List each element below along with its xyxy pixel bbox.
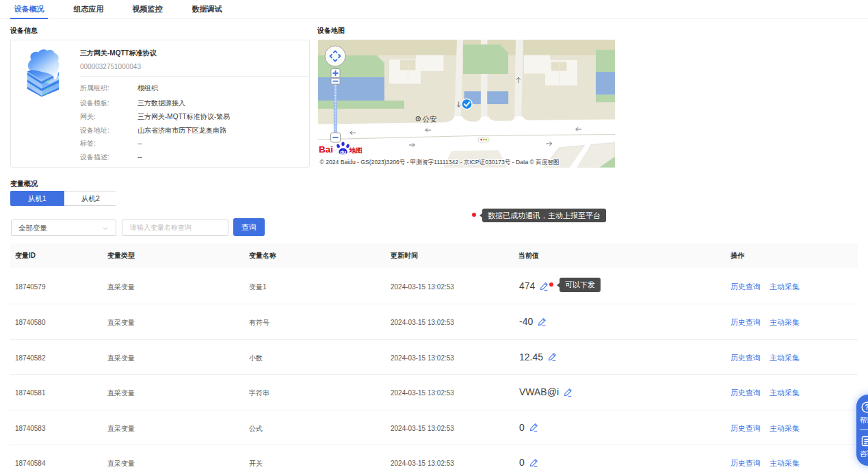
svg-text:© 2024 Baidu - GS(2023)3206号 -: © 2024 Baidu - GS(2023)3206号 - 甲测资字11111… <box>320 159 560 166</box>
svg-text:地图: 地图 <box>349 146 363 154</box>
svg-text:?: ? <box>865 403 868 411</box>
svg-text:公安: 公安 <box>423 115 438 123</box>
svg-text:Bai: Bai <box>319 144 333 155</box>
svg-text:du: du <box>340 149 347 155</box>
